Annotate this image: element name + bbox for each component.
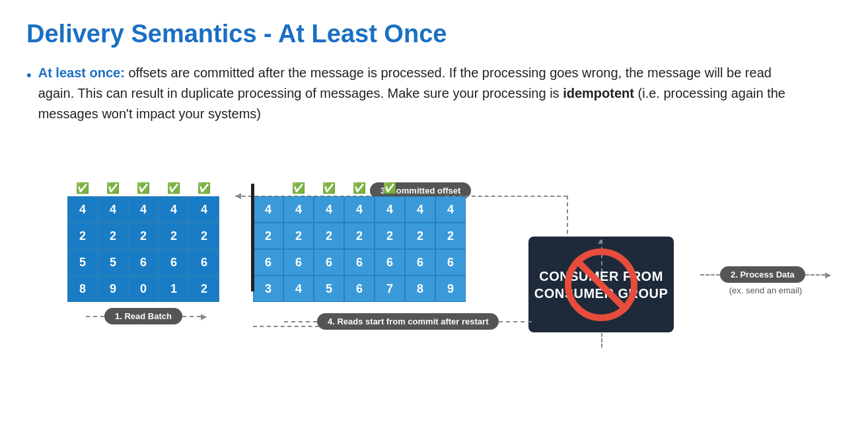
consumer-box: CONSUMER FROM CONSUMER GROUP	[528, 237, 674, 332]
kafka-col-r5: ✅ 4 2 6 8	[405, 180, 435, 302]
bullet-text: At least once: offsets are committed aft…	[38, 63, 798, 124]
kafka-col-3: ✅ 4 2 6 1	[159, 180, 189, 302]
process-data-line-right	[805, 274, 825, 276]
kafka-col-1: ✅ 4 2 5 9	[98, 180, 128, 302]
bottom-line-left	[253, 326, 319, 327]
kafka-col-r3: ✅ 4 2 6 6	[344, 180, 375, 302]
cell-r1-2: 6	[283, 249, 314, 276]
arrow-left-committed: ◀	[235, 191, 241, 200]
partition-divider	[251, 184, 254, 291]
idempotent-text: idempotent	[563, 86, 634, 100]
cell-1-2: 5	[98, 249, 128, 276]
check-0: ✅	[76, 180, 89, 195]
cell-r4-1: 2	[375, 223, 405, 249]
cell-r0-0: 4	[253, 196, 283, 223]
process-data-arrow: ▶	[825, 270, 831, 280]
check-r3: ✅	[353, 180, 366, 195]
cell-r1-0: 4	[283, 196, 314, 223]
cell-0-1: 2	[67, 223, 98, 249]
cell-r0-3: 3	[253, 276, 283, 302]
cell-4-0: 4	[189, 196, 219, 223]
check-2: ✅	[137, 180, 150, 195]
cell-2-3: 0	[128, 276, 159, 302]
cell-1-1: 2	[98, 223, 128, 249]
cell-r5-0: 4	[405, 196, 435, 223]
cell-r3-2: 6	[344, 249, 375, 276]
cell-3-0: 4	[159, 196, 189, 223]
cell-r1-1: 2	[283, 223, 314, 249]
check-r4: ✅	[383, 180, 396, 195]
cell-r5-3: 8	[405, 276, 435, 302]
cell-4-2: 6	[189, 249, 219, 276]
cell-r5-2: 6	[405, 249, 435, 276]
cell-r0-1: 2	[253, 223, 283, 249]
cell-r3-3: 6	[344, 276, 375, 302]
cell-1-3: 9	[98, 276, 128, 302]
cell-3-1: 2	[159, 223, 189, 249]
process-data-sub: (ex. send an email)	[700, 285, 831, 295]
kafka-col-4: ✅ 4 2 6 2	[189, 180, 219, 302]
process-data-line-left	[700, 274, 720, 276]
kafka-col-r6: ✅ 4 2 6 9	[435, 180, 466, 302]
reads-start-line-left	[284, 321, 317, 322]
process-data-section: 2. Process Data ▶ (ex. send an email)	[700, 266, 831, 295]
kafka-col-2: ✅ 4 2 6 0	[128, 180, 159, 302]
read-batch-arrow: ▶	[201, 312, 207, 321]
page-title: Delivery Semantics - At Least Once	[26, 20, 842, 48]
cell-0-2: 5	[67, 249, 98, 276]
kafka-grid-current: ✅ 4 2 6 3 ✅ 4 2 6 4 ✅ 4 2 6 5 ✅ 4 2 6 6	[253, 180, 466, 302]
cell-4-1: 2	[189, 223, 219, 249]
cell-3-2: 6	[159, 249, 189, 276]
reads-start-line-right	[499, 321, 532, 322]
kafka-col-r4: ✅ 4 2 6 7	[375, 180, 405, 302]
kafka-col-r0: ✅ 4 2 6 3	[253, 180, 283, 302]
check-4: ✅	[198, 180, 211, 195]
svg-line-1	[575, 259, 627, 311]
bullet-dot: •	[26, 64, 32, 87]
cell-r3-0: 4	[344, 196, 375, 223]
read-batch-label: 1. Read Batch ▶	[86, 308, 207, 324]
cell-r2-3: 5	[314, 276, 344, 302]
read-batch-pill: 1. Read Batch	[104, 308, 182, 324]
reads-start-pill: 4. Reads start from commit after restart	[317, 313, 499, 330]
cell-r6-2: 6	[435, 249, 466, 276]
cell-r5-1: 2	[405, 223, 435, 249]
committed-line-down	[567, 196, 568, 241]
cell-r3-1: 2	[344, 223, 375, 249]
cell-r6-0: 4	[435, 196, 466, 223]
read-batch-line-right	[182, 316, 201, 317]
check-r1: ✅	[292, 180, 305, 195]
reads-start-vertical	[601, 333, 602, 348]
cell-2-0: 4	[128, 196, 159, 223]
cell-r6-3: 9	[435, 276, 466, 302]
cell-3-3: 1	[159, 276, 189, 302]
cell-r2-1: 2	[314, 223, 344, 249]
process-data-pill: 2. Process Data	[720, 266, 805, 283]
cell-r1-3: 4	[283, 276, 314, 302]
diagram: ◀ 3. Committed offset ✅ 4 2 5 8 ✅ 4 2 5 …	[26, 144, 839, 362]
reads-start-section: 4. Reads start from commit after restart	[284, 313, 532, 330]
arrow-up-consumer: ▲	[597, 237, 604, 246]
kafka-col-r2: ✅ 4 2 6 5	[314, 180, 344, 302]
check-1: ✅	[106, 180, 120, 195]
read-batch-line-left	[86, 316, 104, 317]
cell-2-2: 6	[128, 249, 159, 276]
cell-r0-2: 6	[253, 249, 283, 276]
no-symbol-icon	[565, 248, 637, 321]
cell-1-0: 4	[98, 196, 128, 223]
kafka-grid-committed: ✅ 4 2 5 8 ✅ 4 2 5 9 ✅ 4 2 6 0 ✅ 4 2 6 1	[67, 180, 219, 302]
cell-4-3: 2	[189, 276, 219, 302]
cell-r2-2: 6	[314, 249, 344, 276]
cell-0-0: 4	[67, 196, 98, 223]
cell-r2-0: 4	[314, 196, 344, 223]
cell-r4-2: 6	[375, 249, 405, 276]
check-r2: ✅	[322, 180, 336, 195]
check-3: ✅	[167, 180, 180, 195]
kafka-col-0: ✅ 4 2 5 8	[67, 180, 98, 302]
cell-2-1: 2	[128, 223, 159, 249]
cell-r6-1: 2	[435, 223, 466, 249]
cell-0-3: 8	[67, 276, 98, 302]
bullet-section: • At least once: offsets are committed a…	[26, 63, 842, 124]
cell-r4-3: 7	[375, 276, 405, 302]
highlight-text: At least once:	[38, 65, 125, 80]
